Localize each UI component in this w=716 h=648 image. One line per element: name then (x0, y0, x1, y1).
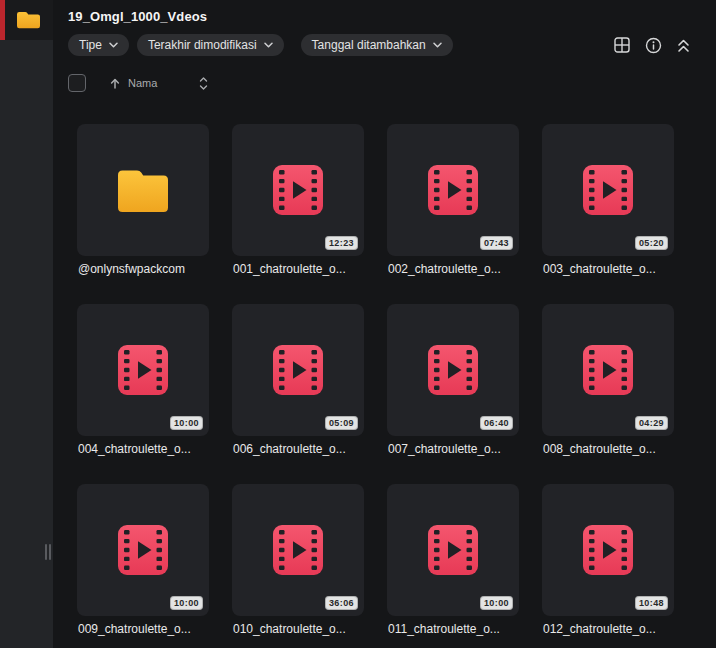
file-grid: @onlynsfwpackcom (77, 124, 716, 636)
file-thumbnail[interactable]: 10:00 (77, 304, 209, 436)
chevron-down-icon (109, 42, 118, 48)
video-icon (583, 345, 633, 395)
file-name: 010_chatroulette_o... (232, 622, 364, 636)
info-button[interactable] (645, 37, 662, 54)
filter-modified-label: Terakhir dimodifikasi (148, 38, 257, 52)
main-content: 19_Omgl_1000_Vdeos Tipe Terakhir dimodif… (53, 0, 716, 648)
file-thumbnail[interactable] (77, 124, 209, 256)
video-icon (428, 165, 478, 215)
duration-badge: 10:00 (170, 416, 203, 430)
video-file-tile[interactable]: 07:43 002_chatroulette_o... (387, 124, 519, 276)
list-header: Nama (68, 74, 716, 92)
filter-date-added-label: Tanggal ditambahkan (312, 38, 426, 52)
toolbar (614, 37, 690, 54)
video-file-tile[interactable]: 05:20 003_chatroulette_o... (542, 124, 674, 276)
sidebar-resize-handle-icon[interactable] (45, 544, 51, 560)
video-file-tile[interactable]: 04:29 008_chatroulette_o... (542, 304, 674, 456)
file-thumbnail[interactable]: 04:29 (542, 304, 674, 436)
file-thumbnail[interactable]: 12:23 (232, 124, 364, 256)
duration-badge: 10:00 (170, 596, 203, 610)
video-file-tile[interactable]: 10:00 009_chatroulette_o... (77, 484, 209, 636)
video-file-tile[interactable]: 12:23 001_chatroulette_o... (232, 124, 364, 276)
video-file-tile[interactable]: 05:09 006_chatroulette_o... (232, 304, 364, 456)
sort-updown-icon (199, 76, 208, 91)
collapse-icon (677, 38, 690, 53)
video-icon (273, 165, 323, 215)
file-name: 004_chatroulette_o... (77, 442, 209, 456)
file-name: @onlynsfwpackcom (77, 262, 209, 276)
file-name: 002_chatroulette_o... (387, 262, 519, 276)
file-name: 008_chatroulette_o... (542, 442, 674, 456)
duration-badge: 05:09 (325, 416, 358, 430)
sort-field-label[interactable]: Nama (128, 77, 157, 89)
video-icon (428, 345, 478, 395)
file-thumbnail[interactable]: 07:43 (387, 124, 519, 256)
duration-badge: 05:20 (635, 236, 668, 250)
duration-badge: 36:06 (325, 596, 358, 610)
file-thumbnail[interactable]: 06:40 (387, 304, 519, 436)
info-icon (645, 37, 662, 54)
video-icon (273, 525, 323, 575)
select-all-checkbox[interactable] (68, 74, 86, 92)
duration-badge: 06:40 (480, 416, 513, 430)
chevron-down-icon (264, 42, 273, 48)
video-file-tile[interactable]: 36:06 010_chatroulette_o... (232, 484, 364, 636)
video-file-tile[interactable]: 10:00 004_chatroulette_o... (77, 304, 209, 456)
folder-icon (118, 168, 168, 212)
sort-direction-button[interactable] (110, 78, 120, 89)
video-file-tile[interactable]: 10:00 011_chatroulette_o... (387, 484, 519, 636)
folder-icon (17, 11, 40, 29)
file-name: 003_chatroulette_o... (542, 262, 674, 276)
video-icon (118, 345, 168, 395)
file-thumbnail[interactable]: 10:00 (77, 484, 209, 616)
file-thumbnail[interactable]: 05:20 (542, 124, 674, 256)
video-icon (428, 525, 478, 575)
filter-type-button[interactable]: Tipe (68, 34, 129, 56)
grid-view-icon (614, 37, 630, 53)
selected-accent-bar (0, 0, 5, 40)
video-icon (273, 345, 323, 395)
folder-tile[interactable]: @onlynsfwpackcom (77, 124, 209, 276)
file-thumbnail[interactable]: 05:09 (232, 304, 364, 436)
duration-badge: 07:43 (480, 236, 513, 250)
arrow-up-icon (110, 78, 120, 89)
video-file-tile[interactable]: 06:40 007_chatroulette_o... (387, 304, 519, 456)
grid-view-button[interactable] (614, 37, 630, 53)
collapse-button[interactable] (677, 38, 690, 53)
file-thumbnail[interactable]: 36:06 (232, 484, 364, 616)
filter-modified-button[interactable]: Terakhir dimodifikasi (137, 34, 284, 56)
filter-date-added-button[interactable]: Tanggal ditambahkan (301, 34, 453, 56)
duration-badge: 12:23 (325, 236, 358, 250)
file-name: 012_chatroulette_o... (542, 622, 674, 636)
page-title: 19_Omgl_1000_Vdeos (68, 9, 716, 24)
file-name: 001_chatroulette_o... (232, 262, 364, 276)
chevron-down-icon (433, 42, 442, 48)
video-icon (583, 165, 633, 215)
duration-badge: 10:48 (635, 596, 668, 610)
filter-type-label: Tipe (79, 38, 102, 52)
file-name: 011_chatroulette_o... (387, 622, 519, 636)
filter-bar: Tipe Terakhir dimodifikasi Tanggal ditam… (68, 34, 716, 56)
video-icon (583, 525, 633, 575)
file-name: 009_chatroulette_o... (77, 622, 209, 636)
sort-toggle-button[interactable] (199, 76, 208, 91)
video-file-tile[interactable]: 10:48 012_chatroulette_o... (542, 484, 674, 636)
file-name: 006_chatroulette_o... (232, 442, 364, 456)
file-thumbnail[interactable]: 10:48 (542, 484, 674, 616)
duration-badge: 04:29 (635, 416, 668, 430)
file-name: 007_chatroulette_o... (387, 442, 519, 456)
sidebar-item-current-folder[interactable] (0, 0, 53, 40)
file-thumbnail[interactable]: 10:00 (387, 484, 519, 616)
video-icon (118, 525, 168, 575)
duration-badge: 10:00 (480, 596, 513, 610)
sidebar (0, 0, 53, 648)
